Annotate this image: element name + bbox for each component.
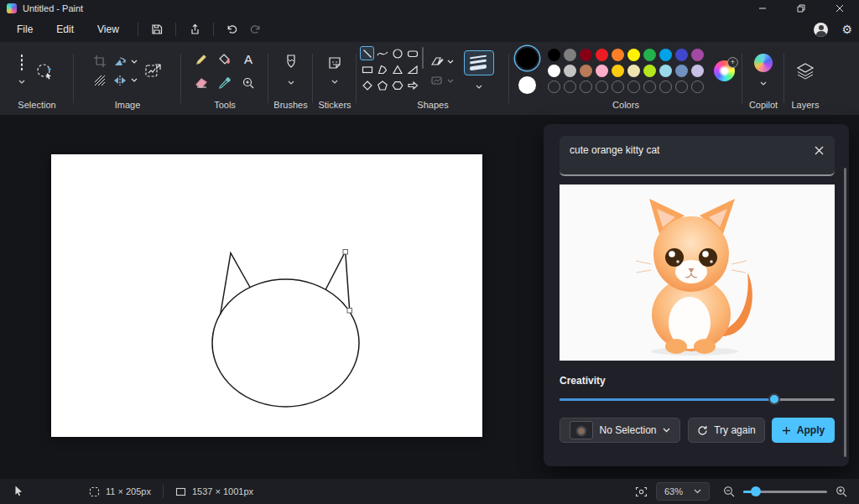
shape-fill-button[interactable] — [430, 75, 454, 86]
line-size-button[interactable] — [464, 50, 494, 75]
shape-line[interactable] — [360, 46, 374, 60]
custom-color-slot[interactable] — [612, 81, 624, 93]
selection-dropdown[interactable]: No Selection — [560, 418, 680, 443]
stickers-button[interactable] — [327, 55, 342, 87]
shape-arrow-right[interactable] — [405, 78, 419, 92]
shape-arrow-left[interactable] — [360, 94, 374, 96]
custom-color-slot[interactable] — [675, 81, 688, 93]
color-swatch[interactable] — [659, 49, 672, 61]
shape-arrow-down[interactable] — [390, 94, 404, 96]
try-again-button[interactable]: Try again — [688, 418, 765, 443]
shape-hexagon[interactable] — [390, 78, 404, 92]
shape-star-four[interactable] — [405, 94, 419, 96]
color-swatch[interactable] — [580, 65, 592, 77]
custom-color-slot[interactable] — [596, 81, 608, 93]
color-swatch[interactable] — [691, 49, 704, 61]
shape-outline-button[interactable] — [430, 55, 454, 67]
zoom-in-button[interactable] — [836, 486, 847, 497]
shape-polygon[interactable] — [375, 62, 389, 76]
slider-thumb[interactable] — [751, 486, 761, 496]
color-swatch[interactable] — [612, 65, 624, 77]
menu-view[interactable]: View — [86, 19, 131, 39]
color-swatch[interactable] — [627, 49, 640, 61]
slider-thumb[interactable] — [768, 393, 780, 405]
color-swatch[interactable] — [675, 49, 688, 61]
shape-curve[interactable] — [375, 46, 389, 60]
eyedropper-button[interactable] — [218, 76, 232, 90]
color-swatch[interactable] — [580, 49, 592, 61]
prompt-input[interactable]: cute orange kitty cat — [560, 136, 835, 176]
color2-swatch[interactable] — [518, 76, 536, 94]
custom-color-slot[interactable] — [627, 81, 640, 93]
copilot-button[interactable] — [754, 54, 773, 89]
crop-button[interactable] — [93, 55, 107, 68]
color-swatch[interactable] — [627, 65, 640, 77]
custom-color-slot[interactable] — [659, 81, 672, 93]
generated-image[interactable] — [560, 184, 835, 361]
fit-to-screen-button[interactable] — [635, 486, 648, 497]
fill-button[interactable] — [218, 53, 232, 66]
drawing-canvas[interactable] — [51, 154, 482, 437]
color-swatch[interactable] — [564, 49, 576, 61]
share-icon[interactable] — [183, 20, 206, 39]
smart-select-button[interactable] — [34, 60, 55, 82]
color-swatch[interactable] — [643, 65, 656, 77]
color-swatch[interactable] — [643, 49, 656, 61]
color-swatch[interactable] — [596, 65, 608, 77]
close-button[interactable] — [820, 0, 859, 17]
close-panel-button[interactable] — [811, 143, 826, 158]
gallery-scrollbar[interactable] — [422, 47, 424, 69]
shape-pentagon[interactable] — [375, 78, 389, 92]
apply-button[interactable]: Apply — [772, 418, 835, 443]
magnifier-button[interactable] — [242, 76, 255, 90]
color1-swatch[interactable] — [517, 48, 538, 69]
line-handle[interactable] — [347, 309, 352, 314]
zoom-out-button[interactable] — [723, 486, 735, 497]
save-icon[interactable] — [145, 20, 169, 39]
remove-background-button[interactable] — [93, 74, 107, 87]
zoom-level-dropdown[interactable]: 63% — [656, 482, 710, 501]
text-button[interactable]: A — [244, 52, 252, 66]
custom-color-slot[interactable] — [580, 81, 592, 93]
shape-rounded-rectangle[interactable] — [405, 46, 419, 60]
color-swatch[interactable] — [612, 49, 624, 61]
color-swatch[interactable] — [564, 65, 576, 77]
color-swatch[interactable] — [675, 65, 688, 77]
pencil-button[interactable] — [195, 53, 208, 66]
brushes-button[interactable] — [284, 55, 298, 88]
shape-arrow-up[interactable] — [375, 94, 389, 96]
rotate-button[interactable] — [113, 55, 138, 68]
custom-color-slot[interactable] — [564, 81, 576, 93]
color-swatch[interactable] — [548, 49, 560, 61]
custom-color-slot[interactable] — [548, 81, 560, 93]
line-handle[interactable] — [343, 250, 348, 255]
menu-edit[interactable]: Edit — [44, 19, 86, 39]
settings-gear-icon[interactable]: ⚙ — [841, 23, 852, 35]
panel-scrollbar[interactable] — [844, 168, 846, 457]
shape-right-triangle[interactable] — [405, 62, 419, 76]
edit-colors-button[interactable]: + — [714, 60, 735, 81]
undo-icon[interactable] — [221, 20, 244, 39]
flip-button[interactable] — [113, 74, 138, 86]
eraser-button[interactable] — [195, 76, 208, 89]
color-swatch[interactable] — [691, 65, 704, 77]
color-swatch[interactable] — [548, 65, 560, 77]
shape-oval[interactable] — [390, 46, 404, 60]
shape-triangle[interactable] — [390, 62, 404, 76]
custom-color-slot[interactable] — [691, 81, 704, 93]
resize-button[interactable] — [144, 62, 163, 81]
maximize-button[interactable] — [782, 0, 820, 17]
layers-button[interactable] — [795, 62, 815, 81]
redo-icon[interactable] — [244, 20, 268, 39]
minimize-button[interactable] — [743, 0, 782, 17]
shape-diamond[interactable] — [360, 78, 374, 92]
custom-color-slot[interactable] — [643, 81, 656, 93]
shape-rectangle[interactable] — [360, 62, 374, 76]
account-avatar[interactable] — [814, 23, 828, 37]
color-swatch[interactable] — [659, 65, 672, 77]
rectangle-select-button[interactable] — [18, 55, 25, 87]
zoom-slider[interactable] — [743, 486, 827, 497]
color-swatch[interactable] — [596, 49, 608, 61]
creativity-slider[interactable] — [560, 392, 835, 406]
menu-file[interactable]: File — [5, 19, 44, 39]
